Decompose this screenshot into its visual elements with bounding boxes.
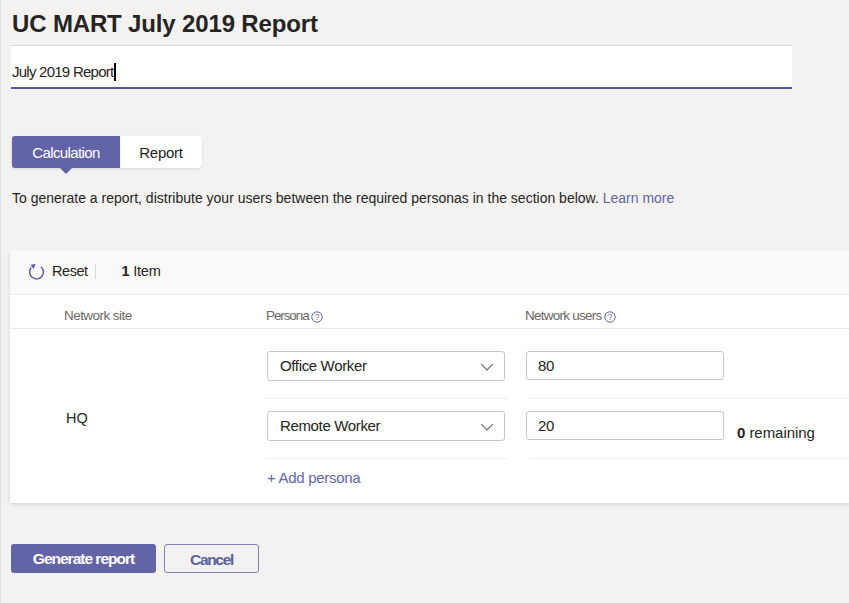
svg-text:?: ? <box>607 312 612 322</box>
svg-text:?: ? <box>314 312 319 322</box>
